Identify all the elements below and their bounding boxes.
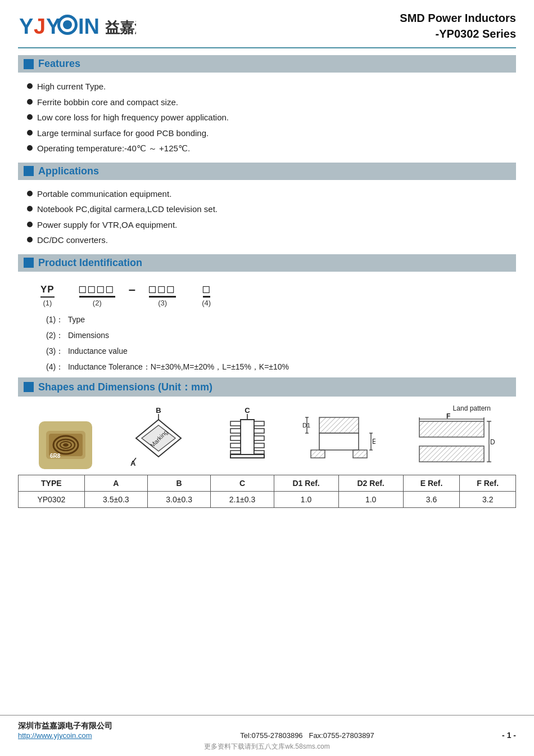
pid-label-1: YP bbox=[40, 284, 55, 298]
cell-d2: 1.0 bbox=[338, 491, 403, 507]
svg-rect-34 bbox=[254, 451, 264, 454]
svg-rect-28 bbox=[230, 443, 241, 448]
bullet-dot bbox=[27, 130, 33, 136]
pid-legend-item-4: (4)： Inductance Tolerance：N=±30%,M=±20%，… bbox=[46, 361, 516, 373]
footer-page: - 1 - bbox=[502, 731, 516, 740]
pid-num-2: (2) bbox=[93, 299, 102, 307]
page-header: Y J Y IN 益嘉源 SMD Power Inductors -YP0302… bbox=[18, 10, 516, 48]
table-header-e: E Ref. bbox=[403, 475, 460, 491]
table-row: YP0302 3.5±0.3 3.0±0.3 2.1±0.3 1.0 1.0 3… bbox=[19, 491, 516, 507]
svg-rect-27 bbox=[230, 436, 241, 440]
pid-legend-item-3: (3)： Inductance value bbox=[46, 345, 516, 357]
svg-rect-35 bbox=[230, 454, 264, 458]
bullet-dot bbox=[27, 191, 33, 196]
footer-company: 深圳市益嘉源电子有限公司 bbox=[18, 721, 112, 731]
pid-legend: (1)： Type (2)： Dimensions (3)： Inductanc… bbox=[46, 314, 516, 373]
logo-area: Y J Y IN 益嘉源 bbox=[18, 10, 136, 39]
list-item: Portable communication equipment. bbox=[27, 188, 516, 201]
table-header-d2: D2 Ref. bbox=[338, 475, 403, 491]
footer-left: 深圳市益嘉源电子有限公司 http://www.yjycoin.com bbox=[18, 721, 112, 740]
list-item: Notebook PC,digital carmera,LCD televisi… bbox=[27, 203, 516, 216]
svg-rect-40 bbox=[353, 450, 367, 458]
shapes-diagrams: 6R8 B Marking A bbox=[18, 404, 516, 469]
side-svg: D1 E bbox=[302, 407, 375, 469]
svg-text:D1: D1 bbox=[302, 422, 310, 429]
footer-row: 深圳市益嘉源电子有限公司 http://www.yjycoin.com Tel:… bbox=[18, 721, 516, 740]
pid-label-3: □□□ bbox=[149, 282, 176, 298]
comb-svg: C bbox=[225, 407, 270, 469]
svg-rect-54 bbox=[419, 421, 484, 437]
pid-legend-item-2: (2)： Dimensions bbox=[46, 330, 516, 341]
table-header-d1: D1 Ref. bbox=[274, 475, 338, 491]
svg-rect-32 bbox=[254, 436, 264, 440]
land-svg: F D2 bbox=[408, 413, 495, 470]
applications-header: Applications bbox=[18, 163, 516, 180]
side-view-item: D1 E bbox=[302, 407, 375, 469]
land-pattern-label: Land pattern bbox=[408, 404, 491, 412]
svg-text:E: E bbox=[372, 438, 375, 446]
bullet-dot bbox=[27, 222, 33, 227]
svg-text:益嘉源: 益嘉源 bbox=[105, 19, 136, 36]
svg-text:F: F bbox=[446, 413, 450, 420]
svg-rect-30 bbox=[254, 421, 264, 426]
pid-separator: – bbox=[129, 282, 135, 307]
table-header-a: A bbox=[84, 475, 147, 491]
table-header-type: TYPE bbox=[19, 475, 85, 491]
bullet-dot bbox=[27, 206, 33, 212]
pid-part-2: □□□□ (2) bbox=[79, 282, 115, 307]
svg-text:D2: D2 bbox=[490, 438, 495, 446]
comb-view-item: C bbox=[225, 407, 270, 469]
diamond-view: B Marking A bbox=[125, 407, 192, 469]
cell-b: 3.0±0.3 bbox=[147, 491, 210, 507]
pid-part-3: □□□ (3) bbox=[149, 282, 176, 307]
bullet-dot bbox=[27, 237, 33, 242]
land-pattern-item: Land pattern F bbox=[408, 404, 495, 469]
bullet-dot bbox=[27, 83, 33, 89]
features-icon bbox=[24, 59, 34, 69]
footer-website[interactable]: http://www.yjycoin.com bbox=[18, 731, 92, 740]
diamond-svg: B Marking A bbox=[125, 407, 192, 469]
shapes-title: Shapes and Dimensions (Unit：mm) bbox=[38, 380, 212, 394]
table-header-f: F Ref. bbox=[460, 475, 516, 491]
svg-rect-24 bbox=[241, 420, 254, 454]
pid-num-1: (1) bbox=[43, 299, 52, 307]
pid-part-4: □ (4) bbox=[202, 282, 211, 307]
dimensions-table: TYPE A B C D1 Ref. D2 Ref. E Ref. F Ref.… bbox=[18, 475, 516, 508]
pid-num-3: (3) bbox=[158, 299, 167, 307]
product-id-icon bbox=[24, 258, 34, 268]
svg-rect-38 bbox=[319, 433, 359, 450]
features-list: High current Type. Ferrite bobbin core a… bbox=[18, 78, 516, 163]
diamond-view-item: B Marking A bbox=[125, 407, 192, 469]
svg-rect-26 bbox=[230, 429, 241, 433]
svg-text:C: C bbox=[245, 407, 250, 415]
list-item: Power supply for VTR,OA equipment. bbox=[27, 219, 516, 232]
svg-rect-55 bbox=[419, 446, 484, 462]
pid-label-2: □□□□ bbox=[79, 282, 115, 298]
list-item: Ferrite bobbin core and compact size. bbox=[27, 96, 516, 109]
svg-rect-25 bbox=[230, 421, 241, 426]
pid-num-4: (4) bbox=[202, 299, 211, 307]
svg-rect-37 bbox=[319, 417, 359, 433]
inductor-photo: 6R8 bbox=[39, 421, 92, 469]
pid-legend-item-1: (1)： Type bbox=[46, 314, 516, 326]
bullet-dot bbox=[27, 114, 33, 120]
shapes-header: Shapes and Dimensions (Unit：mm) bbox=[18, 377, 516, 397]
svg-text:A: A bbox=[130, 459, 136, 467]
list-item: Large terminal surface for good PCB bond… bbox=[27, 127, 516, 140]
footer-tel: Tel:0755-27803896 bbox=[240, 731, 302, 740]
applications-title: Applications bbox=[38, 165, 99, 177]
product-id-title: Product Identification bbox=[38, 257, 142, 269]
list-item: Low core loss for high frequency power a… bbox=[27, 111, 516, 124]
product-id-header: Product Identification bbox=[18, 254, 516, 272]
svg-rect-39 bbox=[311, 450, 325, 458]
product-title: SMD Power Inductors -YP0302 Series bbox=[400, 10, 516, 42]
bullet-dot bbox=[27, 99, 33, 105]
svg-text:J: J bbox=[34, 15, 46, 38]
logo-svg: Y J Y IN 益嘉源 bbox=[18, 10, 136, 39]
cell-e: 3.6 bbox=[403, 491, 460, 507]
footer-center: Tel:0755-27803896 Fax:0755-27803897 bbox=[240, 731, 374, 740]
svg-point-5 bbox=[63, 20, 72, 29]
svg-point-13 bbox=[63, 443, 69, 447]
svg-text:6R8: 6R8 bbox=[50, 453, 61, 459]
svg-text:B: B bbox=[156, 407, 161, 415]
